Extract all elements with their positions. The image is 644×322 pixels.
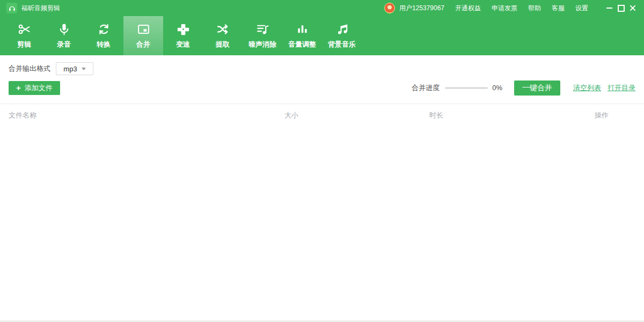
merge-button[interactable]: 一键合并 (514, 80, 560, 96)
column-header: 大小 (284, 111, 298, 120)
tab-label: 噪声消除 (248, 40, 276, 49)
file-table-header: 文件名称大小时长操作 (0, 104, 644, 123)
column-header: 时长 (429, 111, 443, 120)
tab-microphone[interactable]: 录音 (44, 16, 84, 55)
plus-icon: + (16, 84, 21, 92)
close-button[interactable] (627, 2, 639, 14)
tab-label: 合并 (136, 40, 150, 49)
tab-label: 提取 (216, 40, 230, 49)
progress-bar (445, 87, 488, 89)
tab-label: 变速 (176, 40, 190, 49)
column-header: 操作 (595, 111, 609, 120)
titlebar-menu-item[interactable]: 设置 (575, 4, 588, 13)
scissors-icon (17, 23, 31, 36)
app-title: 福昕音频剪辑 (21, 4, 60, 13)
tab-convert[interactable]: 转换 (84, 16, 123, 55)
tab-label: 转换 (97, 40, 111, 49)
tab-scissors[interactable]: 剪辑 (4, 16, 44, 55)
speed-icon (176, 23, 190, 36)
titlebar-right: 用户125379067 开通权益申请发票帮助客服设置 (384, 2, 639, 14)
format-label: 合并输出格式 (9, 64, 50, 74)
music-note-icon (335, 23, 349, 36)
format-select[interactable]: mp3 (56, 62, 93, 75)
tab-label: 背景音乐 (328, 40, 356, 49)
progress-value: 0% (492, 84, 502, 92)
shuffle-icon (216, 23, 230, 36)
action-right: 合并进度 0% 一键合并 清空列表 打开目录 (412, 80, 635, 96)
tab-volume-bars[interactable]: 音量调整 (282, 16, 322, 55)
merge-icon (136, 23, 150, 36)
convert-icon (97, 23, 111, 36)
tab-shuffle[interactable]: 提取 (203, 16, 243, 55)
tab-label: 音量调整 (288, 40, 316, 49)
titlebar: 福昕音频剪辑 用户125379067 开通权益申请发票帮助客服设置 (0, 0, 644, 16)
format-row: 合并输出格式 mp3 (0, 55, 644, 75)
titlebar-menu-item[interactable]: 帮助 (528, 4, 541, 13)
maximize-button[interactable] (615, 2, 627, 14)
titlebar-menu-item[interactable]: 客服 (552, 4, 565, 13)
minimize-button[interactable] (603, 2, 615, 14)
app-logo-headphones-icon (6, 3, 17, 13)
titlebar-menu-item[interactable]: 申请发票 (492, 4, 517, 13)
tab-music-note[interactable]: 背景音乐 (322, 16, 362, 55)
user-avatar[interactable] (384, 3, 395, 13)
file-list-empty (0, 130, 644, 320)
format-select-value: mp3 (63, 65, 77, 73)
volume-bars-icon (295, 23, 309, 36)
add-file-button[interactable]: + 添加文件 (9, 81, 60, 95)
action-row: + 添加文件 合并进度 0% 一键合并 清空列表 打开目录 (0, 75, 644, 96)
titlebar-menu-item[interactable]: 开通权益 (455, 4, 481, 13)
tab-merge[interactable]: 合并 (123, 16, 163, 55)
main-content: 合并输出格式 mp3 + 添加文件 合并进度 0% 一键合并 清空列表 打开目录… (0, 55, 644, 320)
column-header: 文件名称 (9, 111, 36, 120)
microphone-icon (57, 23, 71, 36)
progress-label: 合并进度 (412, 83, 440, 93)
tab-noise-removal[interactable]: 噪声消除 (243, 16, 282, 55)
window-controls (603, 2, 639, 14)
add-file-label: 添加文件 (25, 83, 53, 93)
clear-list-link[interactable]: 清空列表 (573, 83, 601, 93)
open-directory-link[interactable]: 打开目录 (608, 83, 635, 93)
tab-speed[interactable]: 变速 (163, 16, 203, 55)
tab-label: 录音 (57, 40, 71, 49)
tab-label: 剪辑 (17, 40, 31, 49)
chevron-down-icon (82, 68, 86, 70)
nav-tabs: 剪辑录音转换合并变速提取噪声消除音量调整背景音乐 (0, 16, 644, 55)
titlebar-menu: 开通权益申请发票帮助客服设置 (455, 4, 599, 13)
user-name[interactable]: 用户125379067 (399, 4, 444, 13)
noise-removal-icon (255, 23, 269, 36)
